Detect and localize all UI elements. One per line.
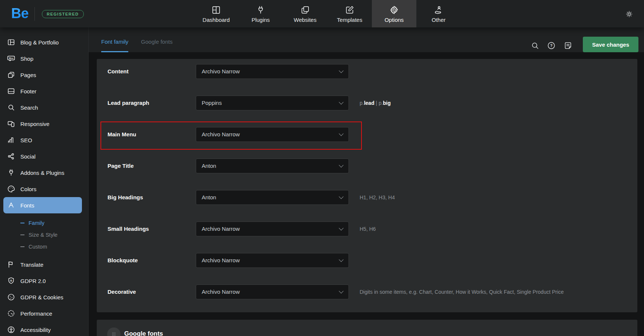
woocommerce-icon: Woo — [7, 54, 15, 63]
sidebar-item-label: Accessibility — [20, 327, 51, 333]
sidebar-item-colors[interactable]: Colors — [0, 181, 88, 197]
sidebar: Blog & Portfolio Woo Shop Pages Footer S… — [0, 27, 89, 336]
sidebar-item-pages[interactable]: Pages — [0, 67, 88, 83]
svg-text:Woo: Woo — [9, 57, 14, 59]
settings-row-small-headings: Small Headings Archivo Narrow H5, H6 — [97, 222, 637, 236]
app-window: Be REGISTERED Dashboard Plugins Websites… — [0, 0, 644, 336]
sidebar-subitem-custom[interactable]: Custom — [0, 241, 88, 253]
row-label: Small Headings — [108, 222, 149, 236]
svg-text:?: ? — [550, 44, 552, 48]
google-fonts-section: Google fonts — [97, 320, 637, 336]
chevron-down-icon — [339, 100, 344, 104]
sidebar-item-seo[interactable]: SEO — [0, 132, 88, 148]
sidebar-subitem-label: Size & Style — [29, 232, 57, 238]
font-select[interactable]: Archivo Narrow — [196, 127, 349, 142]
font-family-panel: Content Archivo Narrow Lead paragraph Po… — [97, 59, 637, 312]
cookie-icon — [7, 293, 15, 301]
sidebar-item-label: Shop — [20, 56, 33, 62]
speedometer-icon — [7, 309, 15, 317]
sidebar-item-label: Pages — [20, 72, 36, 78]
sidebar-item-label: SEO — [20, 137, 32, 143]
font-select[interactable]: Anton — [196, 190, 349, 205]
sidebar-item-label: Colors — [20, 186, 36, 192]
pages-icon — [7, 71, 15, 79]
nav-item-other[interactable]: Other — [416, 0, 461, 27]
sidebar-item-label: Fonts — [20, 202, 34, 209]
row-note: H1, H2, H3, H4 — [360, 190, 395, 205]
font-select[interactable]: Archivo Narrow — [196, 222, 349, 236]
sidebar-subitem-size-style[interactable]: Size & Style — [0, 229, 88, 241]
sidebar-item-footer[interactable]: Footer — [0, 83, 88, 99]
font-select[interactable]: Archivo Narrow — [196, 64, 349, 79]
betheme-logo[interactable]: Be — [11, 5, 29, 21]
fonts-icon — [7, 201, 15, 209]
sidebar-item-label: Footer — [20, 88, 36, 94]
nav-item-label: Options — [384, 17, 404, 23]
sidebar-item-gdpr-2-0[interactable]: G GDPR 2.0 — [0, 273, 88, 289]
nav-item-options[interactable]: Options — [372, 0, 416, 27]
gear-icon — [389, 5, 399, 15]
font-select[interactable]: Archivo Narrow — [196, 285, 349, 299]
sidebar-item-label: Search — [20, 104, 38, 111]
sidebar-subitem-label: Family — [29, 220, 44, 226]
sidebar-item-social[interactable]: Social — [0, 148, 88, 164]
help-icon[interactable]: ? — [547, 41, 556, 50]
svg-text:G: G — [10, 279, 12, 282]
tab-bar: Font familyGoogle fonts — [101, 27, 172, 52]
row-label: Content — [108, 64, 129, 79]
nav-item-label: Websites — [294, 17, 316, 23]
care-icon — [434, 5, 443, 15]
sidebar-item-responsive[interactable]: Responsive — [0, 116, 88, 132]
drag-handle-icon[interactable] — [107, 327, 120, 336]
nav-item-websites[interactable]: Websites — [283, 0, 327, 27]
chevron-down-icon — [339, 289, 344, 293]
nav-item-plugins[interactable]: Plugins — [238, 0, 283, 27]
plug-icon — [256, 5, 265, 15]
sidebar-subitem-family[interactable]: Family — [0, 217, 88, 229]
dashboard-icon — [211, 5, 221, 15]
tab-label: Font family — [101, 39, 128, 45]
sidebar-item-translate[interactable]: Translate — [0, 256, 88, 273]
nav-item-templates[interactable]: Templates — [327, 0, 372, 27]
sidebar-item-blog-portfolio[interactable]: Blog & Portfolio — [0, 34, 88, 50]
responsive-icon — [7, 120, 15, 128]
font-select[interactable]: Anton — [196, 159, 349, 173]
chevron-down-icon — [339, 131, 344, 136]
nav-item-dashboard[interactable]: Dashboard — [194, 0, 238, 27]
sidebar-sublist-fonts: Family Size & Style Custom — [0, 217, 88, 253]
sidebar-item-search[interactable]: Search — [0, 99, 88, 116]
top-nav: Dashboard Plugins Websites Templates Opt… — [194, 0, 461, 27]
search-icon[interactable] — [531, 41, 539, 50]
settings-row-big-headings: Big Headings Anton H1, H2, H3, H4 — [97, 190, 637, 205]
nav-item-label: Templates — [337, 17, 362, 23]
settings-row-blockquote: Blockquote Archivo Narrow — [97, 253, 637, 268]
tab-font-family[interactable]: Font family — [101, 27, 128, 52]
sidebar-item-addons-plugins[interactable]: Addons & Plugins — [0, 164, 88, 181]
row-label: Decorative — [108, 285, 136, 299]
dash-icon — [20, 223, 24, 223]
dash-icon — [20, 234, 24, 235]
sidebar-item-shop[interactable]: Woo Shop — [0, 50, 88, 67]
settings-row-main-menu: Main Menu Archivo Narrow — [97, 127, 637, 142]
tab-google-fonts[interactable]: Google fonts — [141, 27, 172, 52]
font-select[interactable]: Poppins — [196, 96, 349, 110]
chevron-down-icon — [339, 68, 344, 73]
top-bar: Be REGISTERED Dashboard Plugins Websites… — [0, 0, 644, 27]
row-label: Main Menu — [108, 127, 136, 142]
row-label: Page Title — [108, 159, 134, 173]
registered-badge: REGISTERED — [42, 10, 84, 18]
select-value: Anton — [202, 163, 216, 169]
sun-icon[interactable] — [625, 10, 634, 19]
row-note: Digits in some items, e.g. Chart, Counte… — [360, 285, 564, 299]
chevron-down-icon — [339, 163, 344, 167]
sidebar-item-accessibility[interactable]: Accessibility — [0, 322, 88, 336]
sidebar-item-fonts[interactable]: Fonts — [3, 197, 82, 213]
sidebar-item-performance[interactable]: Performance — [0, 305, 88, 322]
footer-icon — [7, 87, 15, 95]
select-value: Archivo Narrow — [202, 289, 240, 295]
sidebar-item-gdpr-cookies[interactable]: GDPR & Cookies — [0, 289, 88, 305]
search-icon — [7, 103, 15, 112]
save-button[interactable]: Save changes — [583, 37, 638, 52]
notes-icon[interactable] — [564, 41, 572, 50]
font-select[interactable]: Archivo Narrow — [196, 253, 349, 268]
